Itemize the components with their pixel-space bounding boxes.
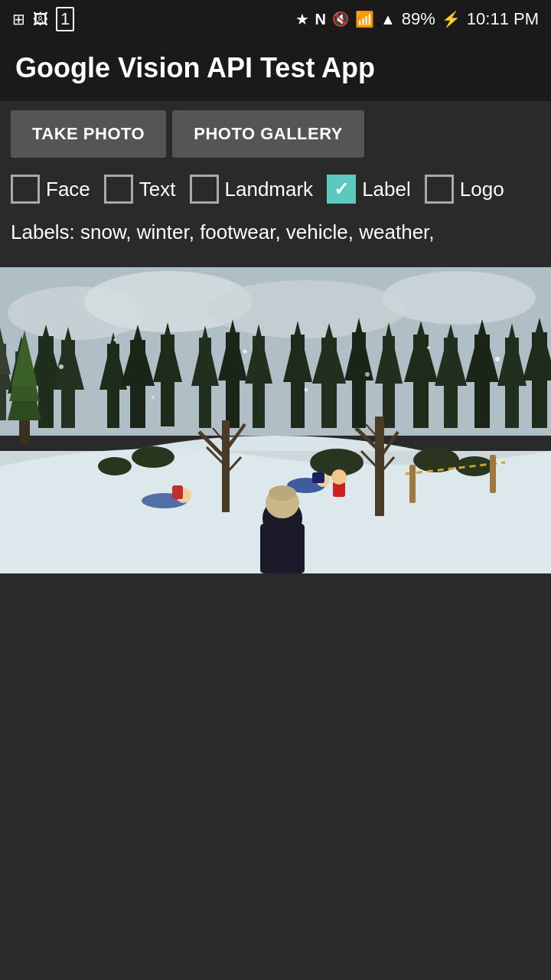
network-icon: N [315,11,326,28]
checkbox-text[interactable] [104,175,133,204]
checkbox-landmark[interactable] [190,175,219,204]
checkbox-landmark-label: Landmark [225,178,314,201]
checkbox-face-item: Face [11,175,90,204]
svg-point-4 [383,271,536,325]
take-photo-button[interactable]: TAKE PHOTO [11,110,166,158]
snow-scene-svg [0,267,551,573]
checkbox-logo[interactable] [425,175,454,204]
time-display: 10:11 PM [467,9,539,29]
battery-icon: ⚡ [442,10,461,28]
svg-rect-82 [490,455,496,493]
checkbox-face[interactable] [11,175,40,204]
wifi-icon: 📶 [355,10,374,28]
svg-point-90 [495,357,500,361]
checkbox-landmark-item: Landmark [190,175,314,204]
bottom-area [0,573,551,727]
svg-point-85 [243,350,247,354]
photo-gallery-button[interactable]: PHOTO GALLERY [172,110,364,158]
svg-point-87 [427,346,430,349]
svg-rect-70 [172,485,183,499]
image-icon: 🖼 [33,11,48,28]
checkbox-label[interactable] [327,175,356,204]
labels-text: Labels: snow, winter, footwear, vehicle,… [11,220,435,243]
svg-point-65 [98,457,132,475]
checkbox-face-label: Face [46,178,90,201]
action-buttons-row: TAKE PHOTO PHOTO GALLERY [0,101,551,167]
svg-point-88 [152,396,155,399]
status-bar: ⊞ 🖼 1 ★ N 🔇 📶 ▲ 89% ⚡ 10:11 PM [0,0,551,38]
checkbox-label-label: Label [362,178,411,201]
svg-point-86 [365,372,370,377]
mute-icon: 🔇 [332,11,349,28]
svg-rect-81 [409,465,416,503]
sim-icon: 1 [56,7,74,31]
checkbox-logo-item: Logo [425,175,504,204]
checkbox-text-label: Text [139,178,176,201]
app-title: Google Vision API Test App [15,52,536,84]
svg-point-84 [113,338,116,341]
checkbox-label-item: Label [327,175,411,204]
checkbox-logo-label: Logo [460,178,504,201]
checkbox-text-item: Text [104,175,176,204]
status-bar-right: ★ N 🔇 📶 ▲ 89% ⚡ 10:11 PM [295,9,539,29]
svg-point-83 [59,364,64,369]
svg-point-79 [269,485,296,501]
battery-text: 89% [402,9,435,29]
status-bar-left: ⊞ 🖼 1 [12,7,74,31]
labels-result: Labels: snow, winter, footwear, vehicle,… [0,211,551,260]
photo-display [0,267,551,573]
svg-point-64 [132,446,174,468]
svg-point-75 [331,469,347,485]
svg-rect-73 [312,472,324,483]
svg-point-3 [207,280,406,338]
app-header: Google Vision API Test App [0,38,551,101]
checkboxes-row: Face Text Landmark Label Logo [0,167,551,211]
signal-icon: ▲ [380,11,396,28]
svg-point-89 [305,388,308,392]
dashboard-icon: ⊞ [12,10,25,28]
bluetooth-icon: ★ [295,10,309,28]
